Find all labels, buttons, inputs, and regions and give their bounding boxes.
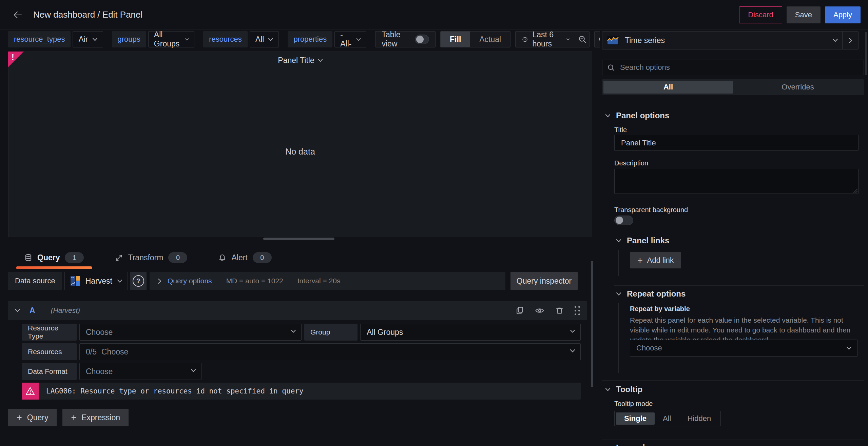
section-tooltip[interactable]: Tooltip <box>605 384 642 394</box>
add-expression-button[interactable]: + Expression <box>62 409 129 426</box>
table-view-toggle[interactable] <box>415 35 429 44</box>
no-data-message: No data <box>8 147 592 157</box>
panel-title-menu[interactable]: Panel Title <box>8 52 592 69</box>
duplicate-icon[interactable] <box>516 306 524 315</box>
chevron-down-icon <box>847 347 851 350</box>
resources-select[interactable]: 0/5 Choose <box>79 343 581 360</box>
header-bar: New dashboard / Edit Panel Discard Save … <box>0 0 868 30</box>
save-button[interactable]: Save <box>787 6 821 23</box>
section-panel-options[interactable]: Panel options <box>605 110 669 121</box>
collapse-options-pane-button[interactable] <box>842 32 858 49</box>
search-options-input[interactable] <box>619 63 859 72</box>
bell-icon <box>218 254 226 262</box>
tab-overrides[interactable]: Overrides <box>733 81 863 94</box>
discard-button[interactable]: Discard <box>739 6 782 23</box>
chevron-down-icon <box>268 38 273 41</box>
variable-label[interactable]: resources <box>203 31 248 47</box>
apply-button[interactable]: Apply <box>825 6 861 23</box>
chevron-down-icon <box>833 39 838 42</box>
query-options-bar: Query options MD = auto = 1022 Interval … <box>150 272 505 290</box>
visualization-select[interactable]: Time series <box>602 32 842 49</box>
tooltip-mode-hidden[interactable]: Hidden <box>679 412 719 425</box>
time-range-button[interactable]: Last 6 hours <box>516 32 576 47</box>
search-icon <box>607 64 615 72</box>
warning-triangle-icon <box>25 387 35 396</box>
section-legend[interactable]: Legend <box>605 443 645 446</box>
table-view-control: Table view <box>375 31 436 47</box>
header-actions: Discard Save Apply <box>739 6 861 23</box>
plus-icon: + <box>71 413 76 422</box>
transform-count-badge: 0 <box>168 252 187 263</box>
datasource-row: Data source Harvest ? Query options MD =… <box>8 272 592 290</box>
drag-handle-icon[interactable] <box>575 306 580 315</box>
variable-value-dropdown[interactable]: -All- <box>334 31 366 47</box>
fill-option[interactable]: Fill <box>441 32 470 47</box>
search-minus-icon <box>578 35 587 44</box>
variable-value-dropdown[interactable]: Air <box>73 31 103 47</box>
group-select[interactable]: All Groups <box>360 324 581 341</box>
query-options-toggle[interactable]: Query options <box>168 277 212 285</box>
chevron-down-icon <box>570 349 575 352</box>
variable-label[interactable]: groups <box>112 31 146 47</box>
tab-query[interactable]: Query 1 <box>16 247 93 268</box>
zoom-out-time-button[interactable] <box>576 32 589 47</box>
group-label: Group <box>304 324 358 341</box>
tooltip-mode-all[interactable]: All <box>655 412 679 425</box>
section-repeat-options[interactable]: Repeat options <box>616 289 686 299</box>
panel-title-field <box>614 135 859 151</box>
tab-all-options[interactable]: All <box>603 81 733 94</box>
section-guide-line <box>618 303 619 373</box>
chevron-down-icon <box>93 38 97 41</box>
description-textarea[interactable] <box>620 173 852 191</box>
repeat-variable-select[interactable]: Choose <box>630 340 858 357</box>
max-datapoints-info: MD = auto = 1022 <box>226 277 283 285</box>
data-format-label: Data Format <box>22 363 77 380</box>
variable-groups: groups All Groups <box>112 31 195 47</box>
variable-label[interactable]: resource_types <box>8 31 71 47</box>
database-icon <box>24 254 32 262</box>
eye-icon[interactable] <box>535 306 544 315</box>
chevron-down-icon <box>566 38 570 41</box>
add-query-button[interactable]: + Query <box>8 409 57 426</box>
collapse-chevron-icon[interactable] <box>15 309 20 312</box>
left-pane-scrollbar[interactable] <box>591 261 593 387</box>
chevron-down-icon <box>616 292 621 296</box>
variable-value-dropdown[interactable]: All <box>250 31 279 47</box>
datasource-picker[interactable]: Harvest <box>64 272 128 290</box>
tab-transform[interactable]: Transform 0 <box>106 247 196 268</box>
variable-value-dropdown[interactable]: All Groups <box>148 31 194 47</box>
actual-option[interactable]: Actual <box>470 32 510 47</box>
datasource-label: Data source <box>8 272 62 290</box>
section-panel-links[interactable]: Panel links <box>616 236 669 246</box>
error-message: LAG006: Resource type or resources id no… <box>39 383 581 400</box>
tooltip-mode-group: Single All Hidden <box>614 411 721 426</box>
pane-resize-handle[interactable] <box>263 238 334 240</box>
panel-title-input[interactable] <box>620 138 852 148</box>
textarea-resize-handle[interactable] <box>853 189 857 193</box>
divider <box>614 234 864 234</box>
query-row-header: A (Harvest) <box>8 301 587 320</box>
query-inspector-button[interactable]: Query inspector <box>510 272 578 290</box>
query-ref-id[interactable]: A <box>30 306 35 315</box>
transparent-background-toggle[interactable] <box>614 216 633 225</box>
resource-type-select[interactable]: Choose <box>79 324 302 341</box>
variable-properties: properties -All- <box>288 31 366 47</box>
chevron-right-icon <box>849 38 852 43</box>
data-format-select[interactable]: Choose <box>79 363 201 380</box>
toolbar: resource_types Air groups All Groups res… <box>8 31 594 47</box>
variable-resources: resources All <box>203 31 279 47</box>
divider <box>614 285 864 286</box>
panel-error-corner[interactable] <box>8 52 24 67</box>
trash-icon[interactable] <box>555 306 564 315</box>
back-button[interactable] <box>10 7 25 22</box>
description-field <box>614 169 859 194</box>
tooltip-mode-label: Tooltip mode <box>614 400 653 408</box>
options-scrollbar[interactable] <box>865 32 867 75</box>
tab-alert[interactable]: Alert 0 <box>210 247 280 268</box>
query-count-badge: 1 <box>65 252 84 263</box>
tooltip-mode-single[interactable]: Single <box>616 412 655 425</box>
datasource-help-button[interactable]: ? <box>130 272 147 290</box>
variable-label[interactable]: properties <box>288 31 332 47</box>
add-link-button[interactable]: + Add link <box>630 252 681 268</box>
error-exclamation-icon: ! <box>12 53 14 62</box>
